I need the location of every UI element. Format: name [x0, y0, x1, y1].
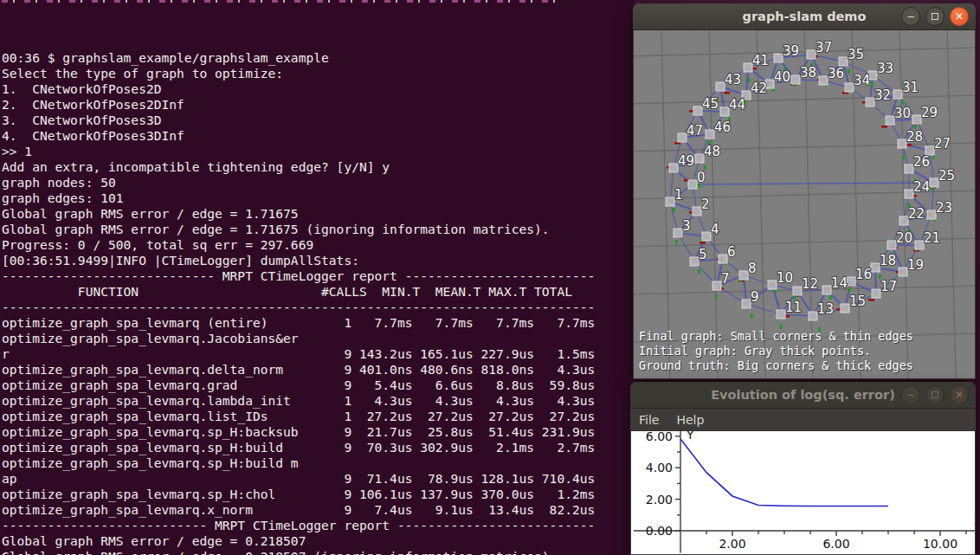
graph-slam-title: graph-slam demo — [743, 10, 867, 23]
terminal-line: [00:36:51.9499|INFO |CTimeLogger] dumpAl… — [2, 253, 635, 268]
desktop: { "terminal": { "lines": [ "00:36 $ grap… — [0, 0, 980, 555]
terminal-line: 1. CNetworkOfPoses2D — [2, 81, 635, 97]
terminal-line: optimize_graph_spa_levmarq.delta_norm 9 … — [2, 362, 635, 378]
svg-text:7: 7 — [721, 271, 730, 287]
terminal-line: >> 1 — [2, 144, 635, 159]
svg-text:15: 15 — [849, 294, 866, 309]
svg-text:49: 49 — [678, 153, 694, 169]
terminal-line: 00:36 $ graphslam_example/graphslam_exam… — [2, 50, 635, 66]
terminal-line: optimize_graph_spa_levmarq.list_IDs 1 27… — [2, 409, 635, 424]
terminal-line: optimize_graph_spa_levmarq.sp_H:build 9 … — [2, 440, 635, 455]
maximize-icon[interactable] — [925, 385, 945, 404]
menu-help[interactable]: Help — [676, 413, 704, 427]
svg-text:2.00: 2.00 — [646, 493, 673, 507]
scrollback-text-sliver — [2, 0, 564, 3]
svg-text:6.00: 6.00 — [822, 537, 849, 551]
maximize-icon[interactable] — [925, 7, 945, 26]
graph-legend-overlay: Final graph: Small corners & thin edges … — [639, 329, 913, 373]
svg-text:10.00: 10.00 — [923, 537, 957, 551]
terminal-line: optimize_graph_spa_levmarq.lambda_init 1… — [2, 393, 635, 409]
svg-text:6: 6 — [727, 244, 736, 260]
terminal-line: --------------------------- MRPT CTimeLo… — [2, 518, 635, 533]
svg-text:25: 25 — [938, 168, 955, 184]
svg-text:41: 41 — [752, 53, 769, 68]
terminal-line: graph edges: 101 — [2, 190, 635, 206]
svg-text:12: 12 — [802, 276, 818, 292]
svg-text:11: 11 — [785, 300, 802, 315]
terminal-window[interactable]: 00:36 $ graphslam_example/graphslam_exam… — [0, 0, 635, 555]
plot-render: 2.006.0010.000.002.004.006.00YX — [631, 431, 975, 554]
svg-text:27: 27 — [934, 136, 951, 152]
svg-text:19: 19 — [907, 257, 924, 273]
svg-text:4: 4 — [711, 222, 719, 237]
close-icon[interactable]: ✕ — [950, 7, 969, 26]
terminal-line: ap 9 71.4us 78.9us 128.1us 710.4us — [2, 471, 635, 487]
svg-text:47: 47 — [687, 123, 703, 139]
terminal-line: Add an extra, incompatible tightening ed… — [2, 159, 635, 175]
svg-text:22: 22 — [908, 206, 925, 222]
svg-text:32: 32 — [874, 87, 891, 103]
terminal-line: graph nodes: 50 — [2, 175, 635, 190]
svg-text:0.00: 0.00 — [646, 524, 673, 538]
terminal-line: Global graph RMS error / edge = 0.218507… — [2, 549, 635, 555]
terminal-line: Global graph RMS error / edge = 0.218507 — [2, 533, 635, 549]
svg-text:2: 2 — [701, 197, 710, 212]
svg-text:13: 13 — [817, 301, 834, 317]
error-plot-window: Evolution of log(sq. error) − ✕ File Hel… — [630, 382, 976, 555]
svg-text:17: 17 — [880, 279, 897, 294]
minimize-icon[interactable]: − — [901, 7, 920, 26]
close-icon[interactable]: ✕ — [950, 385, 969, 404]
terminal-line: r 9 143.2us 165.1us 227.9us 1.5ms — [2, 346, 635, 362]
svg-text:18: 18 — [880, 253, 896, 268]
graph-slam-titlebar[interactable]: graph-slam demo − ✕ — [633, 3, 976, 30]
terminal-line: optimize_graph_spa_levmarq.grad 9 5.4us … — [2, 378, 635, 393]
plot-titlebar[interactable]: Evolution of log(sq. error) − ✕ — [630, 382, 976, 409]
terminal-line: ----------------------------------------… — [2, 300, 635, 315]
svg-text:6.00: 6.00 — [646, 431, 673, 443]
svg-text:23: 23 — [936, 200, 952, 216]
plot-canvas[interactable]: 2.006.0010.000.002.004.006.00YX — [631, 431, 975, 554]
svg-text:45: 45 — [702, 96, 719, 112]
svg-text:16: 16 — [855, 267, 872, 282]
svg-text:21: 21 — [924, 230, 940, 246]
svg-text:10: 10 — [777, 270, 793, 286]
svg-text:24: 24 — [913, 179, 930, 195]
svg-text:38: 38 — [800, 65, 816, 81]
svg-text:39: 39 — [783, 43, 799, 59]
svg-text:43: 43 — [725, 72, 741, 87]
svg-text:40: 40 — [774, 69, 790, 85]
svg-text:1: 1 — [674, 187, 683, 203]
svg-text:X: X — [974, 513, 975, 526]
svg-text:Y: Y — [686, 431, 694, 442]
graph-render: 0123456789101112131415161718192021222324… — [634, 30, 975, 378]
svg-text:3: 3 — [682, 218, 691, 234]
plot-title: Evolution of log(sq. error) — [711, 388, 895, 402]
svg-text:34: 34 — [854, 73, 870, 88]
svg-text:36: 36 — [828, 66, 844, 81]
svg-text:2.00: 2.00 — [719, 537, 745, 551]
terminal-line: FUNCTION #CALLS MIN.T MEAN.T MAX.T TOTAL — [2, 284, 635, 300]
plot-menubar: File Help — [630, 409, 976, 431]
menu-file[interactable]: File — [639, 413, 659, 427]
svg-text:8: 8 — [748, 261, 757, 276]
minimize-icon[interactable]: − — [901, 385, 920, 404]
terminal-line: Select the type of graph to optimize: — [2, 66, 635, 81]
terminal-line: optimize_graph_spa_levmarq.x_norm 9 7.4u… — [2, 502, 635, 518]
svg-text:26: 26 — [913, 154, 930, 170]
svg-text:33: 33 — [877, 61, 893, 76]
svg-text:4.00: 4.00 — [646, 461, 673, 474]
terminal-line: Progress: 0 / 500, total sq err = 297.66… — [2, 237, 635, 253]
terminal-line: optimize_graph_spa_levmarq.sp_H:backsub … — [2, 424, 635, 440]
svg-text:42: 42 — [751, 81, 767, 96]
terminal-line: Global graph RMS error / edge = 1.71675 — [2, 206, 635, 222]
terminal-line: 2. CNetworkOfPoses2DInf — [2, 97, 635, 113]
graph-3d-viewport[interactable]: 0123456789101112131415161718192021222324… — [634, 30, 975, 378]
terminal-line: optimize_graph_spa_levmarq (entire) 1 7.… — [2, 315, 635, 331]
svg-text:9: 9 — [751, 289, 759, 305]
svg-text:37: 37 — [816, 40, 832, 55]
graph-slam-demo-window: graph-slam demo − ✕ 01234567891011121314… — [633, 3, 976, 379]
terminal-line: optimize_graph_spa_levmarq.sp_H:build m — [2, 455, 635, 471]
terminal-line: optimize_graph_spa_levmarq.Jacobians&er — [2, 331, 635, 346]
svg-text:14: 14 — [831, 275, 848, 291]
terminal-line: optimize_graph_spa_levmarq.sp_H:chol 9 1… — [2, 487, 635, 502]
